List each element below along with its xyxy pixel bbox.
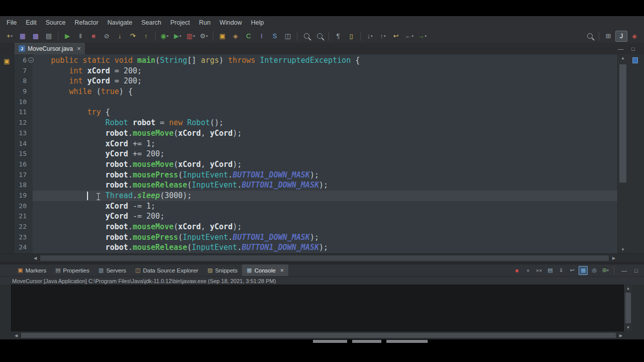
open-console-icon[interactable]: ⊞▾: [601, 266, 610, 275]
pin-console-icon[interactable]: ◎: [590, 266, 599, 275]
forward-icon[interactable]: →▾: [416, 31, 428, 42]
scroll-left-icon[interactable]: ◀: [31, 254, 39, 262]
code-text[interactable]: robot.mouseMove(xCord, yCord);: [33, 128, 618, 139]
code-text[interactable]: Robot robot = new Robot();: [33, 118, 618, 128]
console-horizontal-scrollbar[interactable]: ◀ ▶: [0, 331, 644, 339]
new-java-class-icon[interactable]: C: [243, 31, 255, 42]
tab-close-icon[interactable]: ×: [280, 267, 284, 274]
view-tab-console[interactable]: ▦Console×: [242, 264, 288, 276]
dropdown-arrow-icon[interactable]: ▾: [412, 34, 414, 38]
code-line-21[interactable]: 21 yCord -= 200;: [14, 211, 618, 222]
overview-annotation-marker[interactable]: [632, 57, 638, 63]
open-perspective-icon[interactable]: ⊞: [602, 31, 614, 42]
scroll-lock-icon[interactable]: ⇓: [556, 266, 566, 275]
minimized-view-icon[interactable]: ▣: [4, 57, 10, 65]
menu-run[interactable]: Run: [194, 16, 215, 29]
terminate-icon[interactable]: ■: [88, 31, 100, 42]
new-java-package-icon[interactable]: ◈: [229, 31, 242, 42]
run-resume-icon[interactable]: ▶: [61, 31, 73, 42]
dropdown-arrow-icon[interactable]: ▾: [11, 34, 13, 38]
code-text[interactable]: while (true) {: [33, 86, 618, 97]
code-line-14[interactable]: 14 xCord += 1;: [14, 139, 618, 149]
terminate-icon[interactable]: ■: [512, 266, 521, 275]
code-line-13[interactable]: 13 robot.mouseMove(xCord, yCord);: [14, 128, 618, 139]
code-line-12[interactable]: 12 Robot robot = new Robot();: [14, 118, 618, 128]
view-tab-properties[interactable]: ▤Properties: [51, 264, 94, 276]
code-text[interactable]: int xCord = 200;: [33, 66, 618, 76]
code-line-18[interactable]: 18 robot.mouseRelease(InputEvent.BUTTON1…: [14, 180, 618, 191]
code-line-16[interactable]: 16 robot.mouseMove(xCord, yCord);: [14, 159, 618, 170]
word-wrap-icon[interactable]: ↩: [568, 266, 577, 275]
scroll-down-icon[interactable]: ▼: [618, 246, 628, 253]
menu-navigate[interactable]: Navigate: [103, 16, 137, 29]
code-editor[interactable]: ▣ 6− public static void main(String[] ar…: [0, 54, 644, 253]
new-servlet-icon[interactable]: S: [269, 31, 281, 42]
previous-annotation-icon[interactable]: ↑▾: [377, 31, 389, 42]
print-icon[interactable]: ▤: [43, 31, 55, 42]
horizontal-scroll-thumb[interactable]: [21, 333, 616, 338]
code-line-24[interactable]: 24 robot.mouseRelease(InputEvent.BUTTON1…: [14, 242, 618, 253]
step-over-icon[interactable]: ↷: [127, 31, 139, 42]
menu-window[interactable]: Window: [215, 16, 246, 29]
save-icon[interactable]: ▦: [17, 31, 29, 42]
editor-vertical-scrollbar[interactable]: ▲ ▼: [617, 54, 628, 253]
overview-ruler[interactable]: [628, 54, 644, 253]
search-icon[interactable]: [300, 31, 312, 42]
code-text[interactable]: public static void main(String[] args) t…: [33, 55, 618, 66]
code-text[interactable]: robot.mouseRelease(InputEvent.BUTTON1_DO…: [33, 242, 618, 253]
scroll-right-icon[interactable]: ▶: [610, 254, 618, 262]
menu-file[interactable]: File: [2, 16, 21, 29]
open-task-icon[interactable]: ◫: [282, 31, 294, 42]
new-wizard-icon[interactable]: +▾: [4, 31, 16, 42]
menu-help[interactable]: Help: [247, 16, 269, 29]
quick-search-icon[interactable]: [584, 31, 596, 42]
step-into-icon[interactable]: ↓: [114, 31, 126, 42]
code-text[interactable]: robot.mouseRelease(InputEvent.BUTTON1_DO…: [33, 180, 618, 191]
code-text[interactable]: robot.mousePress(InputEvent.BUTTON1_DOWN…: [33, 232, 618, 243]
code-line-8[interactable]: 8 int yCord = 200;: [14, 76, 618, 86]
code-line-10[interactable]: 10: [14, 97, 618, 108]
dropdown-arrow-icon[interactable]: ▾: [371, 34, 373, 38]
last-edit-location-icon[interactable]: ↩: [390, 31, 402, 42]
external-tools-icon[interactable]: ⚙▾: [198, 31, 210, 42]
coverage-icon[interactable]: ▥▾: [185, 31, 197, 42]
code-line-7[interactable]: 7 int xCord = 200;: [14, 66, 618, 76]
open-type-icon[interactable]: [313, 31, 326, 42]
console-vertical-scrollbar[interactable]: ▲ ▼: [624, 285, 632, 331]
disconnect-icon[interactable]: ⊘: [101, 31, 113, 42]
mark-occurrences-icon[interactable]: ▯: [345, 31, 357, 42]
dropdown-arrow-icon[interactable]: ▾: [167, 34, 169, 38]
minimize-icon[interactable]: —: [618, 46, 623, 52]
show-whitespace-icon[interactable]: ¶: [332, 31, 344, 42]
code-line-17[interactable]: 17 robot.mousePress(InputEvent.BUTTON1_D…: [14, 170, 618, 180]
code-line-9[interactable]: 9 while (true) {: [14, 86, 618, 97]
run-icon[interactable]: ▶▾: [172, 31, 184, 42]
new-java-project-icon[interactable]: ▣: [216, 31, 228, 42]
code-text[interactable]: yCord -= 200;: [33, 211, 618, 222]
scroll-right-icon[interactable]: ▶: [617, 331, 625, 340]
code-text[interactable]: int yCord = 200;: [33, 76, 618, 86]
code-text[interactable]: yCord += 200;: [33, 149, 618, 159]
menu-search[interactable]: Search: [137, 16, 166, 29]
code-line-20[interactable]: 20 xCord -= 1;: [14, 201, 618, 212]
code-line-19[interactable]: 19 Thread.sleep(3000);: [14, 191, 618, 201]
remove-all-terminated-icon[interactable]: ××: [534, 266, 543, 275]
scroll-down-icon[interactable]: ▼: [624, 324, 632, 331]
view-tab-markers[interactable]: ▣Markers: [13, 264, 51, 276]
dropdown-arrow-icon[interactable]: ▾: [180, 34, 182, 38]
maximize-icon[interactable]: □: [634, 267, 638, 274]
dropdown-arrow-icon[interactable]: ▾: [607, 268, 609, 273]
editor-tab-movecursor[interactable]: J MoveCursor.java ×: [15, 43, 86, 54]
vertical-scroll-thumb[interactable]: [625, 293, 631, 323]
menu-refactor[interactable]: Refactor: [70, 16, 103, 29]
new-interface-icon[interactable]: I: [256, 31, 268, 42]
java-ee-perspective-icon[interactable]: J: [615, 31, 627, 42]
back-icon[interactable]: ←▾: [403, 31, 415, 42]
scroll-up-icon[interactable]: ▲: [618, 54, 628, 62]
code-text[interactable]: Thread.sleep(3000);: [33, 191, 618, 201]
fold-collapse-icon[interactable]: −: [28, 57, 34, 63]
code-text[interactable]: robot.mouseMove(xCord, yCord);: [33, 159, 618, 170]
code-line-15[interactable]: 15 yCord += 200;: [14, 149, 618, 159]
editor-horizontal-scrollbar[interactable]: ◀ ▶: [0, 253, 644, 262]
vertical-scroll-thumb[interactable]: [619, 64, 626, 183]
